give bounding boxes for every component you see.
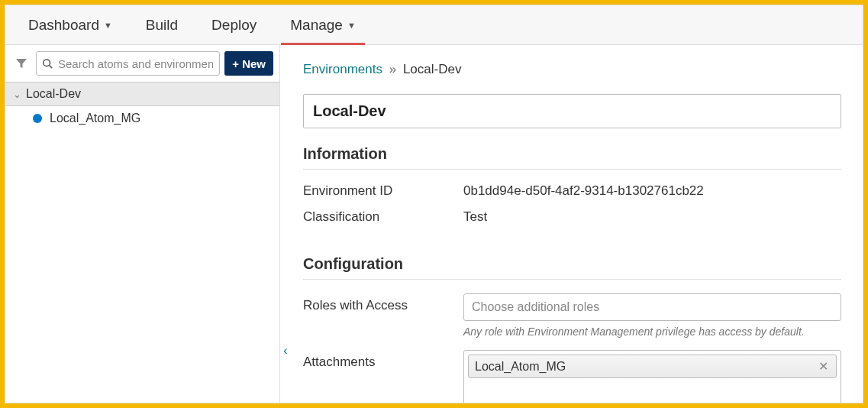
environment-id-label: Environment ID xyxy=(303,183,463,199)
tree-atom[interactable]: Local_Atom_MG xyxy=(5,106,279,131)
sidebar-toolbar: + New xyxy=(5,45,279,82)
breadcrumb-separator: » xyxy=(389,62,396,76)
environment-tree: ⌄ Local-Dev Local_Atom_MG xyxy=(5,82,279,403)
nav-build-label: Build xyxy=(146,17,178,34)
nav-manage-label: Manage xyxy=(290,17,343,34)
filter-button[interactable] xyxy=(11,52,31,75)
remove-attachment-button[interactable]: ✕ xyxy=(817,359,830,374)
svg-point-0 xyxy=(44,60,50,66)
attachment-chip-label: Local_Atom_MG xyxy=(475,360,566,374)
attachments-box[interactable]: Local_Atom_MG ✕ xyxy=(463,350,841,403)
environment-name-input[interactable] xyxy=(303,94,841,128)
search-input[interactable] xyxy=(36,51,220,76)
attachment-chip: Local_Atom_MG ✕ xyxy=(468,355,837,378)
nav-manage[interactable]: Manage ▼ xyxy=(273,5,373,44)
roles-input[interactable] xyxy=(463,293,841,321)
roles-label: Roles with Access xyxy=(303,293,463,313)
filter-icon xyxy=(15,57,27,70)
classification-value: Test xyxy=(463,209,841,225)
main-content: Environments » Local-Dev Information Env… xyxy=(280,45,863,403)
status-dot-icon xyxy=(33,114,42,123)
sidebar: + New ⌄ Local-Dev Local_Atom_MG xyxy=(5,45,280,403)
environment-id-value: 0b1dd94e-d50f-4af2-9314-b1302761cb22 xyxy=(463,183,841,199)
nav-build[interactable]: Build xyxy=(129,5,195,44)
field-roles: Roles with Access Any role with Environm… xyxy=(303,293,841,338)
attachments-label: Attachments xyxy=(303,350,463,370)
nav-deploy[interactable]: Deploy xyxy=(195,5,273,44)
tree-atom-label: Local_Atom_MG xyxy=(50,112,140,125)
roles-hint: Any role with Environment Management pri… xyxy=(463,325,841,338)
new-button-label: + New xyxy=(232,57,266,70)
nav-deploy-label: Deploy xyxy=(211,17,257,34)
new-button[interactable]: + New xyxy=(224,51,273,76)
chevron-down-icon: ⌄ xyxy=(13,89,21,100)
close-icon: ✕ xyxy=(818,360,828,373)
classification-label: Classification xyxy=(303,209,463,225)
tree-environment[interactable]: ⌄ Local-Dev xyxy=(5,82,279,106)
caret-down-icon: ▼ xyxy=(347,21,356,30)
field-classification: Classification Test xyxy=(303,209,841,225)
svg-line-1 xyxy=(50,66,53,69)
section-configuration-title: Configuration xyxy=(303,255,841,280)
breadcrumb-current: Local-Dev xyxy=(403,62,462,76)
nav-dashboard[interactable]: Dashboard ▼ xyxy=(11,5,129,44)
search-icon xyxy=(42,58,53,69)
search-wrap xyxy=(36,51,220,76)
caret-down-icon: ▼ xyxy=(104,21,112,30)
field-attachments: Attachments Local_Atom_MG ✕ xyxy=(303,350,841,403)
breadcrumb: Environments » Local-Dev xyxy=(303,62,841,77)
field-environment-id: Environment ID 0b1dd94e-d50f-4af2-9314-b… xyxy=(303,183,841,199)
tree-environment-label: Local-Dev xyxy=(26,87,81,101)
top-nav: Dashboard ▼ Build Deploy Manage ▼ xyxy=(5,5,863,45)
section-information-title: Information xyxy=(303,145,841,170)
breadcrumb-root[interactable]: Environments xyxy=(303,62,382,76)
nav-dashboard-label: Dashboard xyxy=(28,17,99,34)
